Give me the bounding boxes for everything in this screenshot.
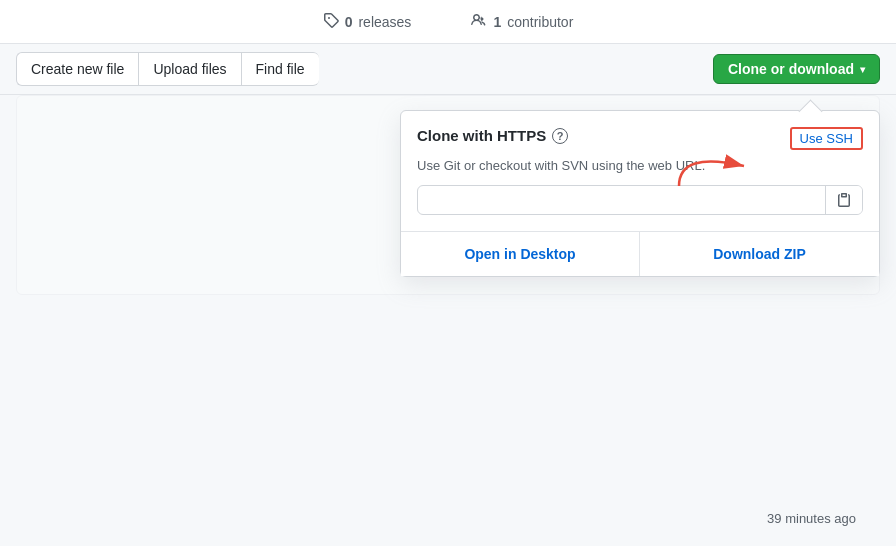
dropdown-footer: Open in Desktop Download ZIP	[401, 231, 879, 276]
people-icon	[471, 12, 487, 31]
clipboard-icon	[836, 192, 852, 208]
releases-count: 0	[345, 14, 353, 30]
clone-header: Clone with HTTPS ? Use SSH	[417, 127, 863, 150]
url-row	[417, 185, 863, 215]
stats-bar: 0 releases 1 contributor	[0, 0, 896, 44]
copy-url-button[interactable]	[825, 186, 862, 214]
create-new-file-button[interactable]: Create new file	[16, 52, 138, 86]
download-zip-button[interactable]: Download ZIP	[640, 232, 879, 276]
clone-dropdown-panel: Clone with HTTPS ? Use SSH Use Git or ch…	[400, 110, 880, 277]
arrow-pointer	[669, 141, 759, 195]
clone-url-input[interactable]	[418, 187, 825, 214]
use-ssh-link[interactable]: Use SSH	[790, 127, 863, 150]
toolbar: Create new file Upload files Find file C…	[0, 44, 896, 95]
clone-button-label: Clone or download	[728, 61, 854, 77]
dropdown-arrow-icon: ▾	[860, 64, 865, 75]
clone-title: Clone with HTTPS ?	[417, 127, 568, 144]
releases-stat[interactable]: 0 releases	[323, 12, 412, 31]
contributor-label: contributor	[507, 14, 573, 30]
releases-label: releases	[358, 14, 411, 30]
clone-description: Use Git or checkout with SVN using the w…	[417, 158, 863, 173]
open-in-desktop-button[interactable]: Open in Desktop	[401, 232, 640, 276]
dropdown-body: Clone with HTTPS ? Use SSH Use Git or ch…	[401, 111, 879, 215]
clone-or-download-button[interactable]: Clone or download ▾	[713, 54, 880, 84]
help-icon[interactable]: ?	[552, 128, 568, 144]
contributor-stat[interactable]: 1 contributor	[471, 12, 573, 31]
clone-title-text: Clone with HTTPS	[417, 127, 546, 144]
tag-icon	[323, 12, 339, 31]
timestamp-text: 39 minutes ago	[767, 511, 856, 526]
timestamp-row: 39 minutes ago	[767, 511, 856, 526]
upload-files-button[interactable]: Upload files	[138, 52, 240, 86]
find-file-button[interactable]: Find file	[241, 52, 319, 86]
contributor-count: 1	[493, 14, 501, 30]
